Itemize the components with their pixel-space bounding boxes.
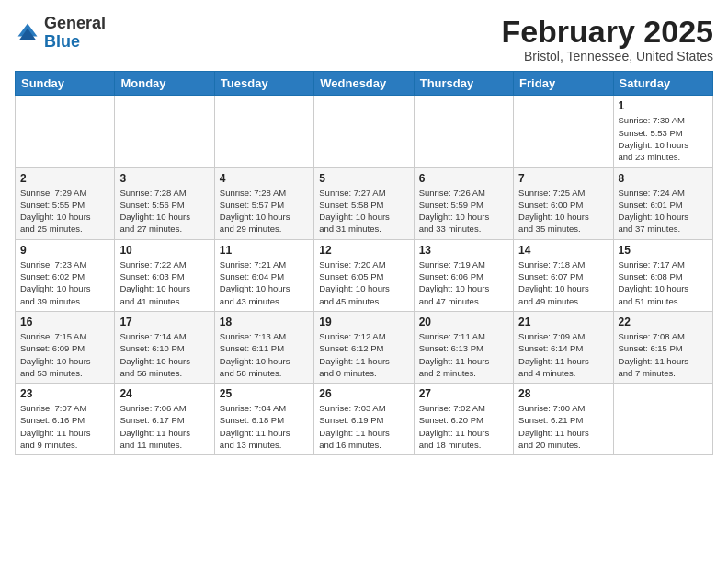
day-number: 3 — [119, 172, 209, 185]
day-number: 19 — [319, 316, 408, 328]
day-number: 21 — [518, 316, 608, 328]
calendar-cell — [414, 96, 513, 167]
calendar-cell: 25Sunrise: 7:04 AM Sunset: 6:18 PM Dayli… — [214, 384, 313, 455]
calendar-cell: 23Sunrise: 7:07 AM Sunset: 6:16 PM Dayli… — [16, 384, 115, 455]
day-number: 6 — [419, 172, 508, 185]
weekday-header-row: SundayMondayTuesdayWednesdayThursdayFrid… — [16, 72, 713, 96]
calendar-cell: 7Sunrise: 7:25 AM Sunset: 6:00 PM Daylig… — [514, 167, 613, 239]
calendar: SundayMondayTuesdayWednesdayThursdayFrid… — [15, 71, 713, 455]
calendar-cell: 18Sunrise: 7:13 AM Sunset: 6:11 PM Dayli… — [214, 311, 313, 383]
calendar-cell: 4Sunrise: 7:28 AM Sunset: 5:57 PM Daylig… — [214, 167, 313, 239]
day-number: 26 — [319, 387, 408, 400]
day-number: 15 — [619, 244, 708, 257]
day-number: 28 — [518, 387, 608, 400]
day-number: 16 — [20, 316, 109, 328]
calendar-cell: 21Sunrise: 7:09 AM Sunset: 6:14 PM Dayli… — [514, 311, 613, 383]
calendar-cell: 1Sunrise: 7:30 AM Sunset: 5:53 PM Daylig… — [613, 96, 712, 167]
day-info: Sunrise: 7:20 AM Sunset: 6:05 PM Dayligh… — [319, 259, 408, 307]
calendar-week-row: 16Sunrise: 7:15 AM Sunset: 6:09 PM Dayli… — [16, 311, 713, 383]
day-number: 8 — [619, 172, 708, 185]
weekday-header: Thursday — [414, 72, 513, 96]
day-number: 4 — [220, 172, 309, 185]
day-info: Sunrise: 7:07 AM Sunset: 6:16 PM Dayligh… — [20, 402, 109, 451]
weekday-header: Saturday — [613, 72, 712, 96]
calendar-cell: 28Sunrise: 7:00 AM Sunset: 6:21 PM Dayli… — [514, 384, 613, 455]
day-number: 9 — [20, 244, 109, 257]
day-info: Sunrise: 7:24 AM Sunset: 6:01 PM Dayligh… — [619, 187, 708, 236]
logo-blue: Blue — [44, 33, 106, 52]
calendar-cell — [613, 384, 712, 455]
day-info: Sunrise: 7:14 AM Sunset: 6:10 PM Dayligh… — [119, 330, 209, 379]
day-info: Sunrise: 7:21 AM Sunset: 6:04 PM Dayligh… — [220, 259, 309, 307]
calendar-cell: 19Sunrise: 7:12 AM Sunset: 6:12 PM Dayli… — [314, 311, 414, 383]
calendar-cell: 14Sunrise: 7:18 AM Sunset: 6:07 PM Dayli… — [514, 239, 613, 311]
day-info: Sunrise: 7:22 AM Sunset: 6:03 PM Dayligh… — [119, 259, 209, 307]
logo-general: General — [44, 15, 106, 33]
calendar-week-row: 23Sunrise: 7:07 AM Sunset: 6:16 PM Dayli… — [16, 384, 713, 455]
title-block: February 2025 Bristol, Tennessee, United… — [501, 15, 713, 63]
day-number: 23 — [20, 387, 109, 400]
logo: General Blue — [15, 15, 106, 52]
calendar-week-row: 2Sunrise: 7:29 AM Sunset: 5:55 PM Daylig… — [16, 167, 713, 239]
day-info: Sunrise: 7:00 AM Sunset: 6:21 PM Dayligh… — [518, 402, 608, 451]
page-header: General Blue February 2025 Bristol, Tenn… — [15, 15, 713, 63]
day-info: Sunrise: 7:11 AM Sunset: 6:13 PM Dayligh… — [419, 330, 508, 379]
calendar-cell: 16Sunrise: 7:15 AM Sunset: 6:09 PM Dayli… — [16, 311, 115, 383]
day-number: 5 — [319, 172, 408, 185]
calendar-cell: 20Sunrise: 7:11 AM Sunset: 6:13 PM Dayli… — [414, 311, 513, 383]
calendar-cell: 11Sunrise: 7:21 AM Sunset: 6:04 PM Dayli… — [214, 239, 313, 311]
day-info: Sunrise: 7:15 AM Sunset: 6:09 PM Dayligh… — [20, 330, 109, 379]
day-info: Sunrise: 7:17 AM Sunset: 6:08 PM Dayligh… — [619, 259, 708, 307]
day-info: Sunrise: 7:06 AM Sunset: 6:17 PM Dayligh… — [119, 402, 209, 451]
calendar-cell: 17Sunrise: 7:14 AM Sunset: 6:10 PM Dayli… — [115, 311, 214, 383]
day-number: 1 — [619, 99, 708, 112]
day-number: 2 — [20, 172, 109, 185]
calendar-cell — [314, 96, 414, 167]
weekday-header: Wednesday — [314, 72, 414, 96]
day-number: 22 — [619, 316, 708, 328]
day-info: Sunrise: 7:19 AM Sunset: 6:06 PM Dayligh… — [419, 259, 508, 307]
day-number: 13 — [419, 244, 508, 257]
day-number: 10 — [119, 244, 209, 257]
calendar-cell: 5Sunrise: 7:27 AM Sunset: 5:58 PM Daylig… — [314, 167, 414, 239]
calendar-cell: 24Sunrise: 7:06 AM Sunset: 6:17 PM Dayli… — [115, 384, 214, 455]
day-number: 12 — [319, 244, 408, 257]
day-info: Sunrise: 7:13 AM Sunset: 6:11 PM Dayligh… — [220, 330, 309, 379]
day-number: 27 — [419, 387, 508, 400]
calendar-cell: 15Sunrise: 7:17 AM Sunset: 6:08 PM Dayli… — [613, 239, 712, 311]
day-info: Sunrise: 7:04 AM Sunset: 6:18 PM Dayligh… — [220, 402, 309, 451]
day-number: 18 — [220, 316, 309, 328]
day-info: Sunrise: 7:25 AM Sunset: 6:00 PM Dayligh… — [518, 187, 608, 236]
calendar-cell: 9Sunrise: 7:23 AM Sunset: 6:02 PM Daylig… — [16, 239, 115, 311]
day-info: Sunrise: 7:08 AM Sunset: 6:15 PM Dayligh… — [619, 330, 708, 379]
weekday-header: Friday — [514, 72, 613, 96]
calendar-cell: 6Sunrise: 7:26 AM Sunset: 5:59 PM Daylig… — [414, 167, 513, 239]
day-info: Sunrise: 7:28 AM Sunset: 5:57 PM Dayligh… — [220, 187, 309, 236]
day-info: Sunrise: 7:03 AM Sunset: 6:19 PM Dayligh… — [319, 402, 408, 451]
calendar-cell: 8Sunrise: 7:24 AM Sunset: 6:01 PM Daylig… — [613, 167, 712, 239]
calendar-cell — [115, 96, 214, 167]
calendar-cell: 22Sunrise: 7:08 AM Sunset: 6:15 PM Dayli… — [613, 311, 712, 383]
day-number: 11 — [220, 244, 309, 257]
day-number: 25 — [220, 387, 309, 400]
day-number: 7 — [518, 172, 608, 185]
day-info: Sunrise: 7:12 AM Sunset: 6:12 PM Dayligh… — [319, 330, 408, 379]
calendar-week-row: 9Sunrise: 7:23 AM Sunset: 6:02 PM Daylig… — [16, 239, 713, 311]
day-number: 17 — [119, 316, 209, 328]
calendar-cell: 3Sunrise: 7:28 AM Sunset: 5:56 PM Daylig… — [115, 167, 214, 239]
day-number: 24 — [119, 387, 209, 400]
day-info: Sunrise: 7:29 AM Sunset: 5:55 PM Dayligh… — [20, 187, 109, 236]
weekday-header: Tuesday — [214, 72, 313, 96]
calendar-cell — [514, 96, 613, 167]
day-info: Sunrise: 7:28 AM Sunset: 5:56 PM Dayligh… — [119, 187, 209, 236]
day-info: Sunrise: 7:09 AM Sunset: 6:14 PM Dayligh… — [518, 330, 608, 379]
calendar-cell — [214, 96, 313, 167]
calendar-cell: 2Sunrise: 7:29 AM Sunset: 5:55 PM Daylig… — [16, 167, 115, 239]
day-info: Sunrise: 7:23 AM Sunset: 6:02 PM Dayligh… — [20, 259, 109, 307]
calendar-cell: 26Sunrise: 7:03 AM Sunset: 6:19 PM Dayli… — [314, 384, 414, 455]
day-info: Sunrise: 7:18 AM Sunset: 6:07 PM Dayligh… — [518, 259, 608, 307]
calendar-cell — [16, 96, 115, 167]
day-info: Sunrise: 7:02 AM Sunset: 6:20 PM Dayligh… — [419, 402, 508, 451]
calendar-cell: 13Sunrise: 7:19 AM Sunset: 6:06 PM Dayli… — [414, 239, 513, 311]
location: Bristol, Tennessee, United States — [501, 49, 713, 63]
